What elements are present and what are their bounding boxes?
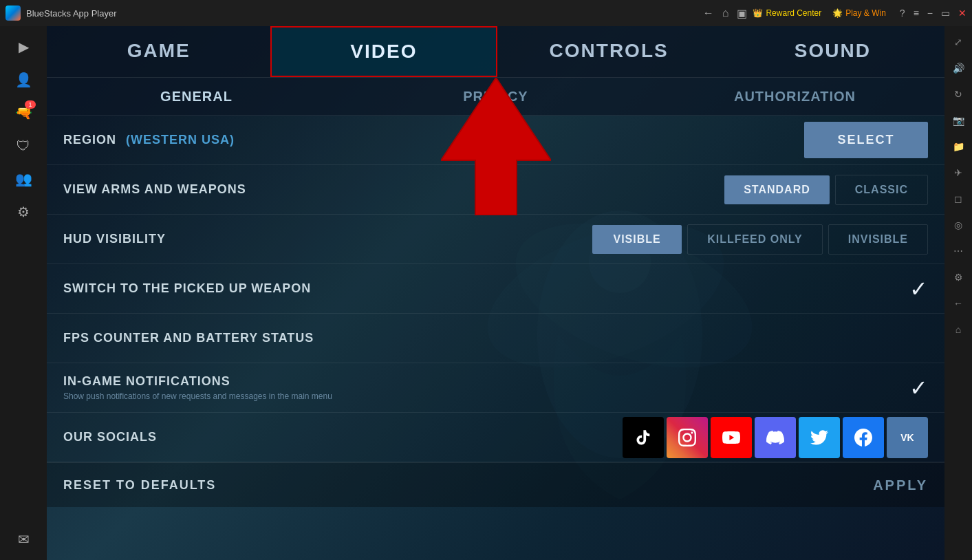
sidebar-play[interactable]: ▶ (8, 32, 39, 62)
our-socials-row: OUR SOCIALS (47, 413, 944, 462)
youtube-icon[interactable] (711, 417, 752, 458)
profile-icon: 👤 (15, 72, 32, 88)
sidebar-settings[interactable]: ⚙ (8, 197, 39, 227)
right-expand-icon[interactable]: ⤢ (948, 32, 969, 52)
view-arms-classic-button[interactable]: CLASSIC (835, 175, 928, 205)
reset-defaults-label: RESET TO DEFAULTS (63, 478, 873, 493)
right-location-icon[interactable]: ◎ (948, 215, 969, 235)
view-arms-label: VIEW ARMS AND WEAPONS (63, 182, 724, 197)
region-setting-row: REGION (WESTERN USA) SELECT (47, 116, 944, 165)
bluestacks-logo (6, 6, 21, 21)
title-bar-right: 👑 Reward Center 🌟 Play & Win (753, 8, 885, 18)
sun-icon: 🌟 (832, 8, 843, 18)
settings-icon: ⚙ (17, 204, 30, 220)
minimize-icon[interactable]: − (927, 8, 933, 19)
switch-weapon-label: SWITCH TO THE PICKED UP WEAPON (63, 281, 909, 296)
subtab-privacy[interactable]: PRIVACY (346, 78, 645, 115)
fps-counter-label: FPS COUNTER AND BATTERY STATUS (63, 331, 928, 345)
switch-weapon-setting-row: SWITCH TO THE PICKED UP WEAPON ✓ (47, 264, 944, 314)
shield-icon: 🛡 (17, 138, 30, 154)
view-arms-controls: STANDARD CLASSIC (724, 175, 928, 205)
top-tabs: GAME VIDEO CONTROLS SOUND (47, 26, 944, 78)
friends-icon: 👥 (15, 171, 32, 187)
ingame-notifications-label: IN-GAME NOTIFICATIONS Show push notifica… (63, 374, 909, 401)
close-icon[interactable]: ✕ (958, 8, 966, 19)
nav-buttons: ← ⌂ ▣ (703, 7, 748, 20)
view-arms-standard-button[interactable]: STANDARD (724, 175, 830, 204)
game-area: GAME VIDEO CONTROLS SOUND (47, 26, 944, 560)
instagram-icon[interactable] (667, 417, 708, 458)
sidebar-mail[interactable]: ✉ (8, 524, 39, 554)
hud-visible-button[interactable]: VISIBLE (592, 225, 682, 254)
tab-controls[interactable]: CONTROLS (497, 26, 721, 77)
play-win-button[interactable]: 🌟 Play & Win (832, 8, 886, 18)
right-speaker-icon[interactable]: 🔊 (948, 58, 969, 78)
bs-right-sidebar: ⤢ 🔊 ↻ 📷 📁 ✈ ◻ ◎ ⋯ ⚙ ← ⌂ (944, 26, 972, 560)
ingame-notifications-check[interactable]: ✓ (909, 375, 928, 401)
view-arms-setting-row: VIEW ARMS AND WEAPONS STANDARD CLASSIC (47, 165, 944, 215)
subtab-authorization[interactable]: AUTHORIZATION (645, 78, 944, 115)
back-nav-icon[interactable]: ← (703, 7, 714, 20)
tab-game[interactable]: GAME (47, 26, 270, 77)
window-controls: ? ≡ − ▭ ✕ (900, 8, 966, 19)
settings-panel: GAME VIDEO CONTROLS SOUND (47, 26, 944, 560)
hud-killfeed-button[interactable]: KILLFEED ONLY (687, 224, 823, 255)
social-icons-group: VK (623, 417, 928, 458)
switch-weapon-check[interactable]: ✓ (909, 276, 928, 302)
play-icon: ▶ (19, 39, 29, 55)
tiktok-icon[interactable] (623, 417, 664, 458)
sidebar-shield[interactable]: 🛡 (8, 131, 39, 161)
tab-video[interactable]: VIDEO (270, 26, 497, 77)
vk-icon[interactable]: VK (887, 417, 928, 458)
vk-label: VK (900, 432, 914, 443)
right-eraser-icon[interactable]: ◻ (948, 189, 969, 209)
tab-sound[interactable]: SOUND (721, 26, 944, 77)
switch-weapon-controls: ✓ (909, 276, 928, 302)
ingame-notifications-controls: ✓ (909, 375, 928, 401)
hud-visibility-setting-row: HUD VISIBILITY VISIBLE KILLFEED ONLY INV… (47, 215, 944, 264)
region-select-button[interactable]: SELECT (804, 122, 928, 158)
settings-content: REGION (WESTERN USA) SELECT VIEW ARMS AN… (47, 116, 944, 560)
windows-nav-icon[interactable]: ▣ (737, 7, 747, 20)
discord-icon[interactable] (755, 417, 796, 458)
region-value: (WESTERN USA) (126, 133, 235, 147)
sidebar-profile[interactable]: 👤 (8, 65, 39, 95)
restore-icon[interactable]: ▭ (941, 8, 950, 19)
our-socials-label: OUR SOCIALS (63, 430, 623, 444)
twitter-icon[interactable] (799, 417, 840, 458)
hud-invisible-button[interactable]: INVISIBLE (828, 224, 928, 255)
hud-visibility-controls: VISIBLE KILLFEED ONLY INVISIBLE (592, 224, 928, 255)
ingame-notifications-setting-row: IN-GAME NOTIFICATIONS Show push notifica… (47, 363, 944, 413)
facebook-icon[interactable] (843, 417, 884, 458)
sidebar-game[interactable]: 🔫 1 (8, 98, 39, 128)
right-gear-icon[interactable]: ⚙ (948, 267, 969, 288)
apply-button[interactable]: APPLY (873, 477, 928, 493)
right-folder-icon[interactable]: 📁 (948, 136, 969, 157)
reward-center-button[interactable]: 👑 Reward Center (753, 8, 821, 18)
game-badge: 1 (25, 100, 36, 109)
app-title: BlueStacks App Player (26, 8, 698, 19)
bs-left-sidebar: ▶ 👤 🔫 1 🛡 👥 ⚙ ✉ (0, 26, 47, 560)
fps-counter-setting-row: FPS COUNTER AND BATTERY STATUS (47, 314, 944, 363)
sidebar-friends[interactable]: 👥 (8, 164, 39, 194)
sub-tabs: GENERAL PRIVACY AUTHORIZATION (47, 78, 944, 116)
subtab-general[interactable]: GENERAL (47, 78, 346, 115)
title-bar: BlueStacks App Player ← ⌂ ▣ 👑 Reward Cen… (0, 0, 972, 26)
ingame-notifications-subtext: Show push notifications of new requests … (63, 391, 909, 401)
right-rotate-icon[interactable]: ↻ (948, 84, 969, 105)
help-icon[interactable]: ? (900, 8, 905, 19)
right-dots-icon[interactable]: ⋯ (948, 241, 969, 261)
right-back-icon[interactable]: ← (948, 293, 969, 314)
right-screenshot-icon[interactable]: 📷 (948, 110, 969, 131)
region-label: REGION (WESTERN USA) (63, 133, 804, 147)
mail-icon: ✉ (18, 531, 30, 548)
main-container: ▶ 👤 🔫 1 🛡 👥 ⚙ ✉ (0, 26, 972, 560)
region-controls: SELECT (804, 122, 928, 158)
crown-icon: 👑 (753, 8, 763, 18)
hud-visibility-label: HUD VISIBILITY (63, 232, 592, 246)
right-airplane-icon[interactable]: ✈ (948, 162, 969, 183)
right-home-icon[interactable]: ⌂ (948, 319, 969, 340)
home-nav-icon[interactable]: ⌂ (722, 7, 729, 20)
menu-icon[interactable]: ≡ (914, 8, 919, 19)
bottom-row: RESET TO DEFAULTS APPLY (47, 462, 944, 507)
